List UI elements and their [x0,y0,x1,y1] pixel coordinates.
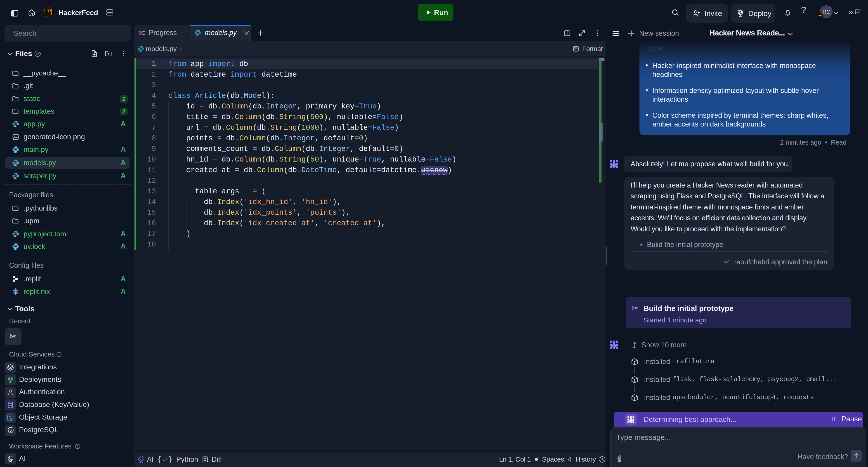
svg-text:01: 01 [9,418,12,420]
svg-text:10: 10 [9,416,11,418]
